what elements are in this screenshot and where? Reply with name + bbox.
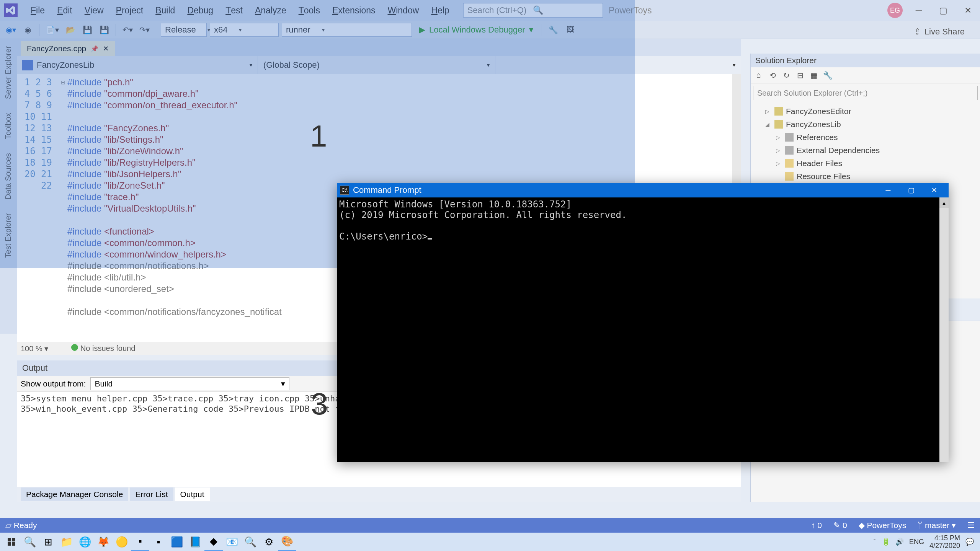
tree-item-external-dependencies[interactable]: ▷External Dependencies [755, 144, 976, 157]
platform-combo[interactable]: x64 [210, 23, 279, 37]
quick-search-input[interactable]: Search (Ctrl+Q) 🔍 [463, 3, 603, 18]
menu-build[interactable]: Build [149, 0, 181, 21]
show-all-icon[interactable]: ▦ [809, 70, 819, 80]
save-all-icon[interactable]: 💾 [97, 23, 111, 37]
command-prompt-window[interactable]: C:\ Command Prompt ─ ▢ ✕ Microsoft Windo… [337, 183, 949, 462]
cmd-taskbar-icon[interactable]: ▪ [131, 533, 149, 551]
menu-extensions[interactable]: Extensions [326, 0, 382, 21]
start-debug-button[interactable]: Local Windows Debugger ▾ [415, 25, 537, 35]
tree-item-fancyzoneseditor[interactable]: ▷FancyZonesEditor [755, 105, 976, 118]
redo-icon[interactable]: ↷▾ [137, 23, 151, 37]
chrome-icon[interactable]: 🟡 [113, 533, 131, 551]
app-icon[interactable]: ⚙ [260, 533, 278, 551]
left-tool-tabs: Server ExplorerToolboxData SourcesTest E… [0, 39, 17, 334]
tree-item-fancyzoneslib[interactable]: ◢FancyZonesLib [755, 118, 976, 131]
live-share-button[interactable]: ⇪ Live Share [914, 27, 965, 37]
left-tab-toolbox[interactable]: Toolbox [0, 106, 17, 146]
cmd-close-button[interactable]: ✕ [923, 183, 946, 197]
solution-search-input[interactable]: Search Solution Explorer (Ctrl+;) [753, 86, 978, 100]
maximize-button[interactable]: ▢ [935, 4, 952, 16]
tb-misc-icon[interactable]: 🔧 [547, 23, 560, 37]
menu-file[interactable]: File [24, 0, 51, 21]
menu-window[interactable]: Window [381, 0, 425, 21]
nav-project-combo[interactable]: FancyZonesLib [17, 56, 258, 74]
powertoys-taskbar-icon[interactable]: 🎨 [278, 533, 296, 551]
publish-icon[interactable]: ↑ 0 [811, 521, 822, 530]
bottom-tab-package-manager-console[interactable]: Package Manager Console [21, 487, 128, 501]
zoom-combo[interactable]: 100 % ▾ [21, 344, 48, 353]
tree-item-references[interactable]: ▷References [755, 131, 976, 144]
refresh-icon[interactable]: ↻ [781, 70, 791, 80]
doc-tab-fancyzones[interactable]: FancyZones.cpp 📌 ✕ [21, 41, 115, 56]
nav-back-icon[interactable]: ◉▾ [4, 23, 18, 37]
repo-indicator[interactable]: ◆ PowerToys [859, 521, 906, 530]
branch-indicator[interactable]: ᛘ master ▾ [918, 521, 956, 530]
home-icon[interactable]: ⌂ [754, 70, 764, 80]
vscode-icon[interactable]: 📘 [186, 533, 204, 551]
minimize-button[interactable]: ─ [910, 4, 927, 16]
volume-icon[interactable]: 🔊 [895, 538, 904, 546]
firefox-icon[interactable]: 🦊 [94, 533, 113, 551]
collapse-icon[interactable]: ⊟ [795, 70, 805, 80]
left-tab-server-explorer[interactable]: Server Explorer [0, 39, 17, 106]
scroll-up-icon[interactable]: ▴ [939, 197, 949, 208]
nav-fwd-icon[interactable]: ◉ [21, 23, 34, 37]
nav-scope-combo[interactable]: (Global Scope) [258, 56, 495, 74]
undo-icon[interactable]: ↶▾ [121, 23, 134, 37]
menu-help[interactable]: Help [425, 0, 455, 21]
start-button[interactable] [2, 533, 21, 551]
menu-edit[interactable]: Edit [51, 0, 78, 21]
properties-icon[interactable]: 🔧 [823, 70, 833, 80]
config-combo[interactable]: Release [161, 23, 207, 37]
open-icon[interactable]: 📂 [64, 23, 77, 37]
search-icon[interactable]: 🔍 [21, 533, 39, 551]
startup-combo[interactable]: runner [282, 23, 412, 37]
menu-test[interactable]: Test [219, 0, 249, 21]
tray-chevron-icon[interactable]: ˄ [873, 538, 876, 546]
menu-tools[interactable]: Tools [292, 0, 326, 21]
battery-icon[interactable]: 🔋 [882, 538, 890, 546]
cmd-minimize-button[interactable]: ─ [877, 183, 900, 197]
svg-rect-0 [8, 538, 11, 541]
language-indicator[interactable]: ENG [909, 538, 924, 546]
cmd-scrollbar[interactable]: ▴ [939, 197, 949, 462]
menu-project[interactable]: Project [110, 0, 150, 21]
close-tab-icon[interactable]: ✕ [103, 44, 109, 53]
search-icon: 🔍 [533, 5, 599, 15]
tree-item-header-files[interactable]: ▷Header Files [755, 157, 976, 170]
tree-item-resource-files[interactable]: Resource Files [755, 170, 976, 183]
left-tab-data-sources[interactable]: Data Sources [0, 146, 17, 206]
explorer-icon[interactable]: 📁 [57, 533, 76, 551]
nav-member-combo[interactable] [495, 56, 741, 74]
cmd-titlebar[interactable]: C:\ Command Prompt ─ ▢ ✕ [337, 183, 949, 197]
clock[interactable]: 4:15 PM 4/27/2020 [929, 534, 960, 549]
user-avatar[interactable]: EG [887, 3, 903, 18]
notifications-icon[interactable]: 💬 [965, 538, 974, 546]
cmd-maximize-button[interactable]: ▢ [900, 183, 923, 197]
bottom-tab-error-list[interactable]: Error List [130, 487, 173, 501]
solution-tree[interactable]: ▷FancyZonesEditor◢FancyZonesLib▷Referenc… [751, 103, 980, 185]
bottom-tab-output[interactable]: Output [175, 487, 210, 501]
tb-misc-icon[interactable]: 🖼 [564, 23, 577, 37]
changes-icon[interactable]: ✎ 0 [833, 521, 847, 530]
outlook-icon[interactable]: 📧 [223, 533, 241, 551]
save-icon[interactable]: 💾 [80, 23, 94, 37]
powershell-icon[interactable]: 🟦 [168, 533, 186, 551]
left-tab-test-explorer[interactable]: Test Explorer [0, 206, 17, 265]
sync-icon[interactable]: ⟲ [768, 70, 777, 80]
feedback-icon[interactable]: ☰ [967, 521, 975, 530]
windows-taskbar: 🔍 ⊞ 📁 🌐 🦊 🟡 ▪ ▪ 🟦 📘 ◆ 📧 🔍 ⚙ 🎨 ˄ 🔋 🔊 ENG … [0, 533, 980, 551]
vs-taskbar-icon[interactable]: ◆ [204, 533, 223, 551]
edge-icon[interactable]: 🌐 [76, 533, 94, 551]
menu-debug[interactable]: Debug [181, 0, 219, 21]
menu-view[interactable]: View [78, 0, 110, 21]
task-view-icon[interactable]: ⊞ [39, 533, 57, 551]
app-icon[interactable]: 🔍 [241, 533, 260, 551]
new-project-icon[interactable]: 📄▾ [44, 23, 60, 37]
output-source-combo[interactable]: Build [90, 377, 289, 390]
close-button[interactable]: ✕ [959, 4, 976, 16]
pin-icon[interactable]: 📌 [91, 45, 98, 52]
cmd-terminal[interactable]: Microsoft Windows [Version 10.0.18363.75… [337, 197, 949, 243]
terminal-icon[interactable]: ▪ [149, 533, 168, 551]
menu-analyze[interactable]: Analyze [249, 0, 292, 21]
